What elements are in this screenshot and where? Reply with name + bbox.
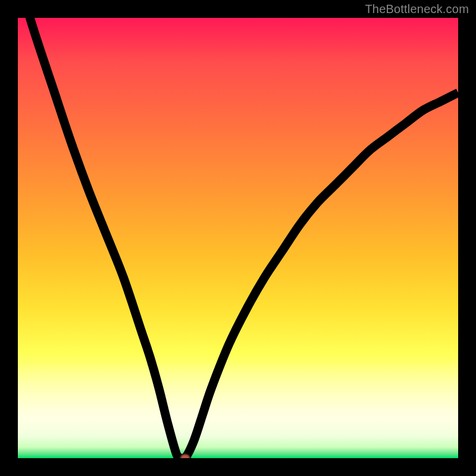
watermark-text: TheBottleneck.com: [365, 2, 469, 16]
min-marker: [180, 454, 190, 458]
bottleneck-curve: [18, 18, 458, 458]
curve-svg: [18, 18, 458, 458]
chart-frame: TheBottleneck.com: [0, 0, 476, 476]
plot-area: [18, 18, 458, 458]
